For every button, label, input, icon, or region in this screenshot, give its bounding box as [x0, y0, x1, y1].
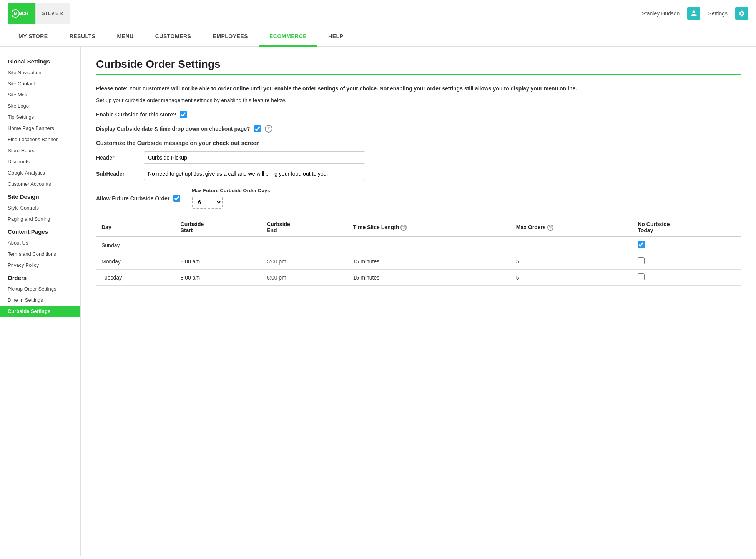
ncr-logo: N NCR: [8, 3, 35, 24]
display-curbside-help-icon[interactable]: ?: [265, 125, 272, 133]
settings-icon[interactable]: [735, 7, 748, 20]
tuesday-no-curbside: [632, 270, 741, 286]
sidebar-item-about-us[interactable]: About Us: [0, 237, 80, 248]
nav-ecommerce[interactable]: ECOMMERCE: [259, 27, 317, 47]
nav-my-store[interactable]: MY STORE: [8, 27, 59, 47]
monday-start-time[interactable]: 8:00 am: [181, 258, 200, 265]
schedule-table: Day CurbsideStart CurbsideEnd Time Slice…: [96, 218, 741, 286]
customize-label: Customize the Curbside message on your c…: [96, 140, 741, 146]
allow-future-checkbox[interactable]: [173, 195, 180, 202]
sidebar-item-style-controls[interactable]: Style Controls: [0, 202, 80, 213]
svg-text:NCR: NCR: [18, 11, 28, 16]
day-sunday: Sunday: [96, 237, 175, 253]
customize-form: Header SubHeader: [96, 151, 365, 180]
nav-results[interactable]: RESULTS: [59, 27, 106, 47]
enable-curbside-row: Enable Curbside for this store?: [96, 111, 741, 118]
sidebar-item-google-analytics[interactable]: Google Analytics: [0, 167, 80, 178]
global-settings-title: Global Settings: [0, 54, 80, 67]
sunday-max: [511, 237, 632, 253]
tuesday-end: 5:00 pm: [261, 270, 348, 286]
subheader-input[interactable]: [144, 168, 365, 180]
max-days-select[interactable]: 1 2 3 4 5 6 7 14 21 30: [192, 196, 223, 209]
monday-slice: 15 minutes: [348, 253, 511, 270]
silver-logo: SILVER: [35, 3, 70, 24]
day-monday: Monday: [96, 253, 175, 270]
col-max-orders: Max Orders ?: [511, 218, 632, 237]
sidebar-item-site-contact[interactable]: Site Contact: [0, 78, 80, 89]
tuesday-start-time[interactable]: 8:00 am: [181, 275, 200, 281]
header-label: Header: [96, 151, 138, 164]
col-no-curbside: No CurbsideToday: [632, 218, 741, 237]
sidebar-item-find-locations-banner[interactable]: Find Locations Banner: [0, 134, 80, 145]
enable-curbside-label: Enable Curbside for this store?: [96, 111, 176, 118]
monday-max: 5: [511, 253, 632, 270]
sunday-no-curbside: [632, 237, 741, 253]
sidebar-item-site-navigation[interactable]: Site Navigation: [0, 67, 80, 78]
tuesday-max: 5: [511, 270, 632, 286]
col-slice: Time Slice Length ?: [348, 218, 511, 237]
customize-section: Customize the Curbside message on your c…: [96, 140, 741, 180]
table-row: Monday 8:00 am 5:00 pm 15 minutes 5: [96, 253, 741, 270]
note-bold: Please note: Your customers will not be …: [96, 85, 741, 93]
future-order-row: Allow Future Curbside Order Max Future C…: [96, 188, 741, 209]
sidebar-item-discounts[interactable]: Discounts: [0, 156, 80, 167]
title-underline: [96, 74, 741, 75]
tuesday-max-val[interactable]: 5: [516, 275, 519, 281]
sidebar-item-privacy-policy[interactable]: Privacy Policy: [0, 260, 80, 271]
display-curbside-checkbox[interactable]: [254, 125, 261, 132]
monday-end: 5:00 pm: [261, 253, 348, 270]
slice-help-icon[interactable]: ?: [400, 225, 407, 231]
sidebar-item-terms-conditions[interactable]: Terms and Conditions: [0, 248, 80, 260]
sidebar: Global Settings Site Navigation Site Con…: [0, 47, 81, 556]
table-row: Sunday: [96, 237, 741, 253]
note-normal: Set up your curbside order management se…: [96, 97, 741, 103]
sidebar-item-home-page-banners[interactable]: Home Page Banners: [0, 123, 80, 134]
tuesday-slice-time[interactable]: 15 minutes: [353, 275, 379, 281]
tuesday-slice: 15 minutes: [348, 270, 511, 286]
tuesday-end-time[interactable]: 5:00 pm: [267, 275, 286, 281]
day-tuesday: Tuesday: [96, 270, 175, 286]
page-title: Curbside Order Settings: [96, 58, 741, 70]
sidebar-item-store-hours[interactable]: Store Hours: [0, 145, 80, 156]
monday-no-curbside-checkbox[interactable]: [638, 257, 645, 264]
user-icon[interactable]: [687, 7, 700, 20]
table-row: Tuesday 8:00 am 5:00 pm 15 minutes 5: [96, 270, 741, 286]
sidebar-item-pickup-order[interactable]: Pickup Order Settings: [0, 283, 80, 294]
sunday-no-curbside-checkbox[interactable]: [638, 241, 645, 248]
header-right: Stanley Hudson Settings: [642, 7, 748, 20]
nav-employees[interactable]: EMPLOYEES: [202, 27, 259, 47]
site-design-title: Site Design: [0, 190, 80, 202]
svg-text:N: N: [14, 12, 17, 16]
col-start: CurbsideStart: [175, 218, 262, 237]
monday-start: 8:00 am: [175, 253, 262, 270]
monday-slice-time[interactable]: 15 minutes: [353, 258, 379, 265]
nav-help[interactable]: HELP: [317, 27, 354, 47]
nav-customers[interactable]: CUSTOMERS: [145, 27, 202, 47]
sidebar-item-dine-in[interactable]: Dine In Settings: [0, 294, 80, 306]
sidebar-item-site-meta[interactable]: Site Meta: [0, 89, 80, 100]
monday-max-val[interactable]: 5: [516, 258, 519, 265]
max-orders-help-icon[interactable]: ?: [547, 225, 553, 231]
col-end: CurbsideEnd: [261, 218, 348, 237]
sidebar-item-curbside-settings[interactable]: Curbside Settings: [0, 306, 80, 317]
tuesday-no-curbside-checkbox[interactable]: [638, 273, 645, 280]
sidebar-item-tip-settings[interactable]: Tip Settings: [0, 111, 80, 123]
orders-title: Orders: [0, 271, 80, 283]
enable-curbside-checkbox[interactable]: [180, 111, 187, 118]
top-header: N NCR SILVER Stanley Hudson Settings: [0, 0, 756, 27]
monday-end-time[interactable]: 5:00 pm: [267, 258, 286, 265]
nav-menu[interactable]: MENU: [106, 27, 144, 47]
sidebar-item-customer-accounts[interactable]: Customer Accounts: [0, 178, 80, 190]
display-curbside-label: Display Curbside date & time drop down o…: [96, 126, 250, 132]
content-area: Curbside Order Settings Please note: You…: [81, 47, 756, 556]
sunday-start: [175, 237, 262, 253]
subheader-label: SubHeader: [96, 168, 138, 180]
sidebar-item-paging-sorting[interactable]: Paging and Sorting: [0, 213, 80, 225]
max-days-label: Max Future Curbside Order Days: [192, 188, 270, 193]
display-curbside-row: Display Curbside date & time drop down o…: [96, 125, 741, 133]
sidebar-item-site-logo[interactable]: Site Logo: [0, 100, 80, 111]
max-days-section: Max Future Curbside Order Days 1 2 3 4 5…: [192, 188, 270, 209]
header-input[interactable]: [144, 151, 365, 164]
allow-future-text: Allow Future Curbside Order: [96, 195, 169, 201]
monday-no-curbside: [632, 253, 741, 270]
